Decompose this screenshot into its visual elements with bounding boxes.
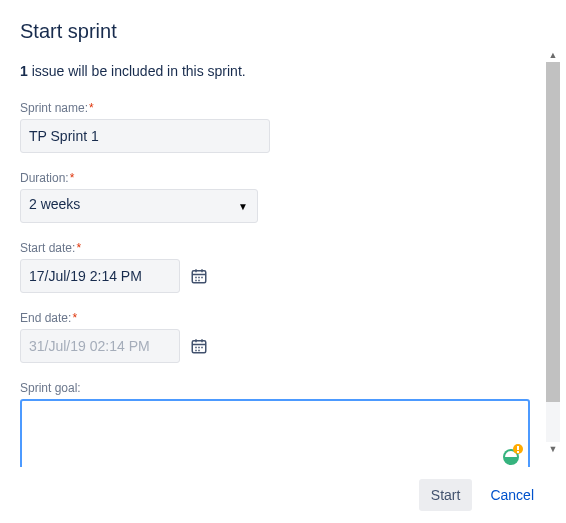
- field-sprint-name: Sprint name:*: [20, 101, 542, 153]
- end-date-label-text: End date:: [20, 311, 71, 325]
- issue-count-suffix: issue will be included in this sprint.: [28, 63, 246, 79]
- scrollbar-up-arrow[interactable]: ▲: [546, 48, 560, 62]
- calendar-icon[interactable]: [190, 267, 208, 285]
- end-date-label: End date:*: [20, 311, 542, 325]
- duration-label-text: Duration:: [20, 171, 69, 185]
- svg-rect-21: [517, 451, 519, 453]
- calendar-icon[interactable]: [190, 337, 208, 355]
- cancel-button[interactable]: Cancel: [478, 479, 546, 511]
- field-sprint-goal: Sprint goal:: [20, 381, 542, 480]
- issue-count-text: 1 issue will be included in this sprint.: [20, 63, 542, 79]
- scrollbar-thumb[interactable]: [546, 62, 560, 402]
- start-date-label-text: Start date:: [20, 241, 75, 255]
- required-asterisk: *: [70, 171, 75, 185]
- start-button[interactable]: Start: [419, 479, 473, 511]
- duration-select[interactable]: 2 weeks: [20, 189, 258, 223]
- svg-rect-20: [517, 446, 519, 450]
- required-asterisk: *: [89, 101, 94, 115]
- dialog-footer: Start Cancel: [0, 467, 566, 523]
- dialog-title: Start sprint: [20, 20, 542, 43]
- scrollbar-down-arrow[interactable]: ▼: [546, 442, 560, 456]
- field-start-date: Start date:*: [20, 241, 542, 293]
- field-end-date: End date:*: [20, 311, 542, 363]
- sprint-name-label: Sprint name:*: [20, 101, 542, 115]
- start-date-label: Start date:*: [20, 241, 542, 255]
- start-date-input[interactable]: [20, 259, 180, 293]
- end-date-input: [20, 329, 180, 363]
- sprint-goal-label: Sprint goal:: [20, 381, 542, 395]
- issue-count-number: 1: [20, 63, 28, 79]
- duration-label: Duration:*: [20, 171, 542, 185]
- field-duration: Duration:* 2 weeks ▼: [20, 171, 542, 223]
- required-asterisk: *: [76, 241, 81, 255]
- help-badge-icon[interactable]: [498, 443, 524, 461]
- required-asterisk: *: [72, 311, 77, 325]
- sprint-name-input[interactable]: [20, 119, 270, 153]
- scrollbar-track[interactable]: [546, 62, 560, 442]
- dialog-body: Start sprint 1 issue will be included in…: [0, 0, 566, 463]
- sprint-name-label-text: Sprint name:: [20, 101, 88, 115]
- sprint-goal-textarea[interactable]: [20, 399, 530, 477]
